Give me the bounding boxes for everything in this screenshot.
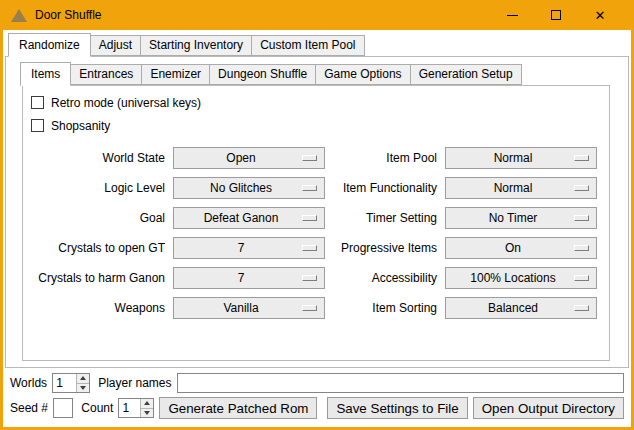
checkbox-box[interactable] [31, 96, 44, 109]
count-spinner[interactable] [118, 398, 154, 418]
close-icon: ✕ [595, 9, 606, 22]
retro-mode-checkbox[interactable]: Retro mode (universal keys) [31, 91, 609, 114]
dropdown-indicator-icon [574, 155, 589, 161]
item-sorting-label: Item Sorting [333, 301, 437, 315]
logic-level-dropdown[interactable]: No Glitches [173, 177, 325, 199]
tab-game-options[interactable]: Game Options [315, 64, 410, 85]
tab-generation-setup[interactable]: Generation Setup [410, 64, 522, 85]
checkbox-label: Shopsanity [51, 119, 110, 133]
crystals-open-gt-label: Crystals to open GT [29, 241, 165, 255]
save-settings-button[interactable]: Save Settings to File [327, 397, 467, 419]
accessibility-dropdown[interactable]: 100% Locations [445, 267, 597, 289]
spinner-up-icon [144, 401, 150, 405]
dropdown-value: No Timer [489, 211, 554, 225]
weapons-label: Weapons [29, 301, 165, 315]
crystals-harm-ganon-label: Crystals to harm Ganon [29, 271, 165, 285]
accessibility-label: Accessibility [333, 271, 437, 285]
minimize-button[interactable] [490, 0, 534, 30]
dropdown-value: Normal [494, 151, 549, 165]
worlds-input[interactable] [53, 374, 76, 392]
maximize-button[interactable] [534, 0, 578, 30]
dropdown-indicator-icon [302, 275, 317, 281]
dropdown-value: Defeat Ganon [204, 211, 295, 225]
dropdown-indicator-icon [574, 185, 589, 191]
item-sorting-dropdown[interactable]: Balanced [445, 297, 597, 319]
dropdown-indicator-icon [574, 305, 589, 311]
progressive-items-label: Progressive Items [333, 241, 437, 255]
logic-level-label: Logic Level [29, 181, 165, 195]
dropdown-value: No Glitches [210, 181, 288, 195]
dropdown-indicator-icon [574, 275, 589, 281]
dropdown-value: Normal [494, 181, 549, 195]
spinner-up-button[interactable] [77, 374, 89, 384]
tab-entrances[interactable]: Entrances [70, 64, 142, 85]
dropdown-value: 7 [238, 271, 261, 285]
checkbox-box[interactable] [31, 119, 44, 132]
shopsanity-checkbox[interactable]: Shopsanity [31, 114, 609, 137]
spinner-buttons [76, 374, 89, 392]
spinner-up-button[interactable] [141, 399, 153, 409]
worlds-row: Worlds Player names [10, 373, 624, 393]
timer-setting-dropdown[interactable]: No Timer [445, 207, 597, 229]
outer-tab-bar: Randomize Adjust Starting Inventory Cust… [8, 33, 631, 56]
player-names-label: Player names [98, 376, 171, 390]
tab-custom-item-pool[interactable]: Custom Item Pool [251, 35, 364, 56]
goal-label: Goal [29, 211, 165, 225]
bottom-bar: Worlds Player names Seed # [3, 373, 631, 419]
tab-items[interactable]: Items [20, 62, 71, 86]
maximize-icon [551, 10, 561, 20]
tab-adjust[interactable]: Adjust [90, 35, 141, 56]
progressive-items-dropdown[interactable]: On [445, 237, 597, 259]
seed-input[interactable] [54, 399, 72, 417]
open-output-directory-button[interactable]: Open Output Directory [473, 397, 624, 419]
player-names-field[interactable] [177, 373, 625, 393]
crystals-open-gt-dropdown[interactable]: 7 [173, 237, 325, 259]
goal-dropdown[interactable]: Defeat Ganon [173, 207, 325, 229]
dropdown-indicator-icon [574, 215, 589, 221]
item-functionality-dropdown[interactable]: Normal [445, 177, 597, 199]
spinner-up-icon [80, 376, 86, 380]
crystals-harm-ganon-dropdown[interactable]: 7 [173, 267, 325, 289]
seed-label: Seed # [10, 401, 48, 415]
item-functionality-label: Item Functionality [333, 181, 437, 195]
dropdown-indicator-icon [302, 215, 317, 221]
dropdown-value: Open [226, 151, 271, 165]
randomize-pane: Items Entrances Enemizer Dungeon Shuffle… [5, 56, 629, 368]
titlebar[interactable]: Door Shuffle ✕ [0, 0, 634, 30]
window: Door Shuffle ✕ Randomize Adjust Starting… [0, 0, 634, 430]
weapons-dropdown[interactable]: Vanilla [173, 297, 325, 319]
generate-patched-rom-button[interactable]: Generate Patched Rom [159, 397, 317, 419]
count-label: Count [81, 401, 113, 415]
app-icon[interactable] [11, 9, 27, 22]
spinner-down-button[interactable] [141, 409, 153, 418]
tab-enemizer[interactable]: Enemizer [141, 64, 210, 85]
close-button[interactable]: ✕ [578, 0, 622, 30]
worlds-spinner[interactable] [52, 373, 90, 393]
tab-starting-inventory[interactable]: Starting Inventory [140, 35, 252, 56]
player-names-input[interactable] [178, 374, 624, 392]
count-input[interactable] [119, 399, 140, 417]
items-pane: Retro mode (universal keys) Shopsanity W… [22, 85, 610, 361]
dropdown-indicator-icon [302, 155, 317, 161]
spinner-down-icon [144, 411, 150, 415]
inner-tab-bar: Items Entrances Enemizer Dungeon Shuffle… [20, 62, 628, 85]
tab-randomize[interactable]: Randomize [8, 33, 91, 57]
spinner-down-button[interactable] [77, 384, 89, 393]
seed-field[interactable] [53, 398, 73, 418]
dropdown-indicator-icon [574, 245, 589, 251]
world-state-dropdown[interactable]: Open [173, 147, 325, 169]
item-pool-dropdown[interactable]: Normal [445, 147, 597, 169]
tab-dungeon-shuffle[interactable]: Dungeon Shuffle [209, 64, 316, 85]
caption-buttons: ✕ [490, 0, 622, 30]
dropdown-indicator-icon [302, 305, 317, 311]
dropdown-indicator-icon [302, 245, 317, 251]
dropdown-indicator-icon [302, 185, 317, 191]
spinner-down-icon [80, 386, 86, 390]
window-body: Randomize Adjust Starting Inventory Cust… [3, 30, 631, 427]
options-grid: World State Open Item Pool Normal Logic … [29, 143, 609, 323]
spinner-buttons [140, 399, 153, 417]
minimize-icon [507, 15, 518, 16]
dropdown-value: 7 [238, 241, 261, 255]
item-pool-label: Item Pool [333, 151, 437, 165]
seed-row: Seed # Count Generate Patched Rom Save S… [10, 397, 624, 419]
